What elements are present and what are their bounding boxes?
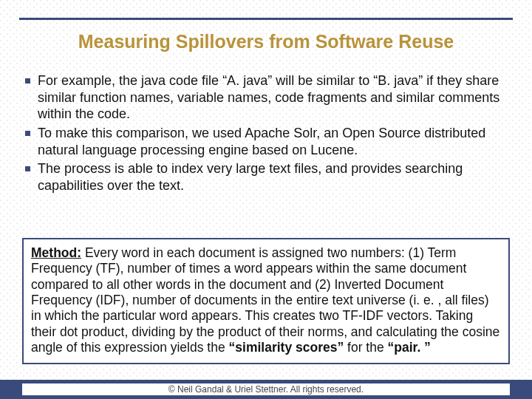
footer-text: © Neil Gandal & Uriel Stettner. All righ… — [22, 383, 510, 395]
slide-title: Measuring Spillovers from Software Reuse — [0, 31, 532, 52]
similarity-term: “similarity scores” — [229, 340, 344, 355]
bullet-text: To make this comparison, we used Apache … — [38, 125, 507, 158]
list-item: For example, the java code file “A. java… — [25, 72, 507, 123]
bullet-list: For example, the java code file “A. java… — [25, 72, 507, 197]
method-box: Method: Every word in each document is a… — [22, 238, 510, 364]
bullet-text: The process is able to index very large … — [38, 160, 507, 194]
bullet-text: For example, the java code file “A. java… — [38, 72, 507, 123]
method-label: Method: — [31, 245, 81, 260]
bullet-icon — [25, 166, 30, 171]
method-body-2: for the — [344, 340, 387, 355]
list-item: The process is able to index very large … — [25, 160, 507, 194]
list-item: To make this comparison, we used Apache … — [25, 125, 507, 158]
bullet-icon — [25, 131, 30, 136]
method-body: Every word in each document is assigned … — [31, 245, 499, 355]
bullet-icon — [25, 78, 30, 83]
top-rule — [19, 18, 513, 20]
pair-term: “pair. ” — [388, 340, 431, 355]
slide: Measuring Spillovers from Software Reuse… — [0, 0, 532, 399]
footer-bar: © Neil Gandal & Uriel Stettner. All righ… — [0, 380, 532, 399]
